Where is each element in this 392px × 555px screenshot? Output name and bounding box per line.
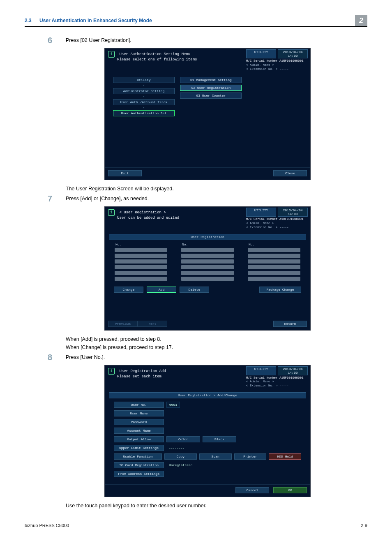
panel3-title-2: Please set each item xyxy=(117,375,161,379)
info-icon: i xyxy=(108,209,115,216)
timestamp: 2013/04/04 14:00 xyxy=(278,49,308,58)
extension-line: < Extension No. > ----- xyxy=(246,384,308,388)
hdd-hold-button[interactable]: HDD Hold xyxy=(269,453,301,460)
upper-limit-button[interactable]: Upper Limit Settings xyxy=(114,445,164,451)
breadcrumb[interactable]: User Auth./Account Track xyxy=(113,99,175,105)
chevron-down-icon: ▾ xyxy=(113,83,175,87)
table-header: No. xyxy=(182,243,235,246)
section-title: User Authentication in Enhanced Security… xyxy=(39,18,152,23)
panel2-title-2: User can be added and edited xyxy=(117,216,179,220)
table-row[interactable] xyxy=(181,277,234,281)
step-text: Press [Add] or [Change], as needed. xyxy=(66,194,149,203)
footer-product: bizhub PRESS C8000 xyxy=(25,523,69,528)
serial-number: M/C Serial Number A1RF001000001 xyxy=(246,59,308,63)
table-row[interactable] xyxy=(115,259,167,264)
user-no-button[interactable]: User No. xyxy=(114,402,164,408)
menu-button[interactable]: 03 User Counter xyxy=(180,92,242,99)
timestamp: 2013/04/04 14:00 xyxy=(278,366,308,375)
table-row[interactable] xyxy=(115,254,167,258)
next-button[interactable]: Next xyxy=(138,321,167,327)
table-row[interactable] xyxy=(115,248,167,252)
menu-button-user-registration[interactable]: 02 User Registration xyxy=(180,85,242,91)
step-text: Press [02 User Registration]. xyxy=(66,36,131,45)
table-row[interactable] xyxy=(248,248,300,252)
table-row[interactable] xyxy=(248,277,300,281)
step7-note1: When [Add] is pressed, proceed to step 8… xyxy=(66,336,367,342)
add-button[interactable]: Add xyxy=(147,287,176,293)
return-button[interactable]: Return xyxy=(273,321,307,327)
table-row[interactable] xyxy=(181,265,234,269)
cancel-button[interactable]: Cancel xyxy=(235,487,269,493)
output-allow-label: Output Allow xyxy=(114,436,164,442)
step6-result: The User Registration Screen will be dis… xyxy=(66,186,367,192)
delete-button[interactable]: Delete xyxy=(180,287,209,293)
panel2-title-1: < User Registration > xyxy=(119,210,166,215)
step-number: 6 xyxy=(48,36,66,45)
step7-note2: When [Change] is pressed, proceed to ste… xyxy=(66,345,367,350)
info-icon: i xyxy=(108,368,115,375)
table-row[interactable] xyxy=(181,271,234,275)
admin-name-line: < Admin. Name > xyxy=(246,380,308,384)
extension-line: < Extension No. > ----- xyxy=(246,226,308,230)
serial-number: M/C Serial Number A1RF001000001 xyxy=(246,217,308,222)
extension-line: < Extension No. > ----- xyxy=(246,67,308,72)
table-row[interactable] xyxy=(181,259,234,264)
breadcrumb[interactable]: Administrator Setting xyxy=(113,88,175,94)
step-number: 7 xyxy=(48,194,66,203)
admin-name-line: < Admin. Name > xyxy=(246,222,308,226)
exit-button[interactable]: Exit xyxy=(108,170,142,176)
step-number: 8 xyxy=(48,353,66,362)
user-no-value: 0001 xyxy=(166,402,180,408)
table-row[interactable] xyxy=(181,248,234,252)
page-number: 2-9 xyxy=(361,523,367,528)
table-row[interactable] xyxy=(248,271,300,275)
table-header: No. xyxy=(249,243,301,246)
chevron-down-icon: ▾ xyxy=(113,95,175,98)
table-row[interactable] xyxy=(248,254,300,258)
change-button[interactable]: Change xyxy=(114,287,143,293)
step8-result: Use the touch panel keypad to enter the … xyxy=(66,503,367,509)
ic-card-button[interactable]: IC Card Registration xyxy=(114,462,164,468)
table-row[interactable] xyxy=(248,265,300,269)
panel1-title-2: Please select one of following items xyxy=(117,58,197,62)
screenshot-panel-2: i < User Registration > User can be adde… xyxy=(104,206,311,330)
breadcrumb[interactable]: User Authentication Set xyxy=(113,110,175,116)
black-button[interactable]: Black xyxy=(203,436,236,442)
user-name-button[interactable]: User Name xyxy=(114,410,164,416)
table-row[interactable] xyxy=(115,271,167,275)
screenshot-panel-1: i User Authentication Setting Menu Pleas… xyxy=(104,48,311,180)
serial-number: M/C Serial Number A1RF001000001 xyxy=(246,376,308,380)
info-icon: i xyxy=(108,51,115,58)
menu-button[interactable]: 01 Management Setting xyxy=(180,77,242,83)
scan-button[interactable]: Scan xyxy=(199,453,232,460)
ic-card-value: Unregistered xyxy=(166,462,195,468)
step-text: Press [User No.]. xyxy=(66,353,105,362)
package-change-button[interactable]: Package Change xyxy=(259,287,301,293)
copy-button[interactable]: Copy xyxy=(164,453,197,460)
panel3-title-1: User Registration Add xyxy=(119,369,166,373)
table-row[interactable] xyxy=(248,259,300,264)
from-address-button[interactable]: From Address Settings xyxy=(114,471,164,477)
table-row[interactable] xyxy=(181,254,234,258)
table-row[interactable] xyxy=(115,265,167,269)
utility-tab: UTILITY xyxy=(246,208,276,217)
panel3-strip: User Registration > Add/Change xyxy=(109,392,306,398)
account-name-button[interactable]: Account Name xyxy=(114,428,164,434)
table-header: No. xyxy=(115,243,168,246)
password-button[interactable]: Password xyxy=(114,419,164,425)
section-number: 2.3 xyxy=(25,18,32,23)
table-row[interactable] xyxy=(115,277,167,281)
breadcrumb[interactable]: Utility xyxy=(113,77,175,83)
ok-button[interactable]: OK xyxy=(273,487,307,493)
panel2-strip: User Registration xyxy=(109,234,306,240)
previous-button[interactable]: Previous xyxy=(108,321,138,327)
color-button[interactable]: Color xyxy=(166,436,200,442)
chevron-down-icon: ▾ xyxy=(113,106,175,109)
printer-button[interactable]: Printer xyxy=(234,453,267,460)
utility-tab: UTILITY xyxy=(246,366,276,375)
utility-tab: UTILITY xyxy=(246,49,276,58)
close-button[interactable]: Close xyxy=(273,170,307,176)
usable-function-label: Usable Function xyxy=(114,453,162,460)
chapter-badge: 2 xyxy=(355,15,367,26)
upper-limit-value: -------- xyxy=(166,445,187,451)
